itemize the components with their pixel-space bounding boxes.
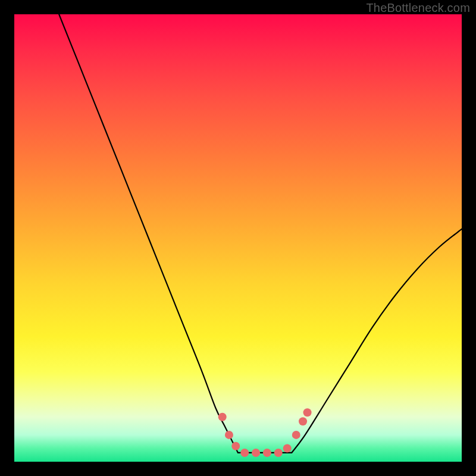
highlight-marker <box>225 431 233 439</box>
highlight-marker <box>303 408 312 416</box>
highlight-marker <box>240 449 249 457</box>
highlight-marker <box>218 413 227 421</box>
highlight-marker <box>263 449 271 457</box>
highlight-marker-group <box>218 408 312 457</box>
highlight-marker <box>283 444 292 452</box>
chart-svg <box>14 14 462 462</box>
highlight-marker <box>252 449 260 457</box>
curve-right-branch <box>292 229 462 453</box>
plot-area <box>14 14 462 462</box>
chart-frame: TheBottleneck.com <box>0 0 476 476</box>
watermark-text: TheBottleneck.com <box>366 1 470 15</box>
curve-left-branch <box>59 14 238 453</box>
highlight-marker <box>231 442 240 450</box>
highlight-marker <box>292 431 300 439</box>
highlight-marker <box>299 417 307 425</box>
highlight-marker <box>274 449 283 457</box>
